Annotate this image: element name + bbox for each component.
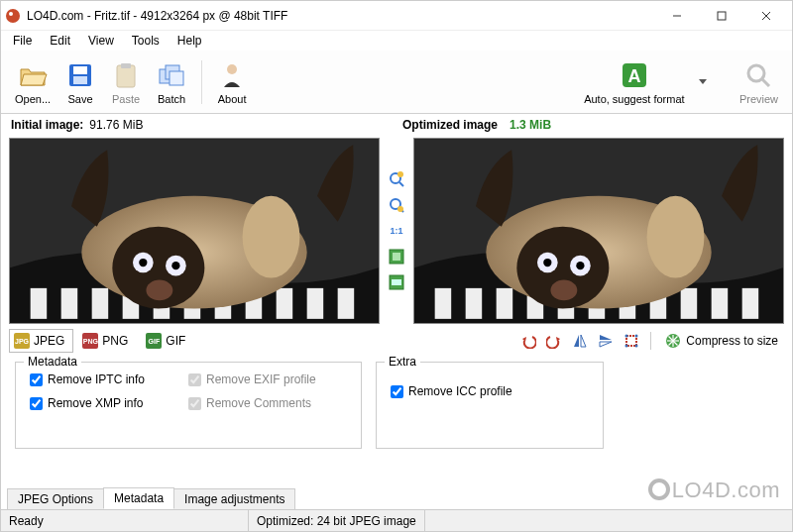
preview-label: Preview [739,93,778,105]
optimized-image [414,139,783,323]
remove-xmp-label: Remove XMP info [48,396,144,410]
svg-rect-51 [466,288,483,319]
initial-image [10,139,379,323]
batch-button[interactable]: Batch [150,54,193,110]
remove-exif-input [188,373,201,386]
auto-dropdown[interactable] [696,54,710,110]
svg-point-70 [625,335,628,338]
svg-point-14 [227,64,237,74]
minimize-button[interactable] [654,2,699,30]
remove-comments-input [188,397,201,410]
svg-point-73 [635,345,638,348]
tab-jpeg-options[interactable]: JPEG Options [7,488,104,509]
maximize-button[interactable] [699,2,743,30]
redo-button[interactable] [543,330,565,352]
svg-rect-22 [92,288,109,319]
svg-rect-52 [497,288,513,319]
tab-image-adjustments[interactable]: Image adjustments [173,488,295,509]
tab-metadata[interactable]: Metadata [103,487,174,509]
crop-button[interactable] [621,330,642,352]
initial-image-box[interactable] [9,138,380,324]
zoom-in-button[interactable] [387,169,406,189]
format-row: JPG JPEG PNG PNG GIF GIF Compress to siz… [1,326,792,356]
svg-rect-29 [307,288,324,319]
optimized-value: 1.3 MiB [510,118,551,132]
svg-rect-28 [277,288,293,319]
remove-exif-checkbox: Remove EXIF profile [188,372,317,386]
open-label: Open... [15,93,51,105]
one-to-one-label: 1:1 [390,226,402,236]
actual-size-button[interactable] [387,272,406,292]
tab-png[interactable]: PNG PNG [77,329,137,353]
svg-rect-3 [718,12,726,20]
svg-rect-59 [712,288,729,319]
about-button[interactable]: About [210,54,254,110]
svg-rect-9 [117,65,135,87]
batch-icon [156,59,187,91]
compress-label: Compress to size [686,334,778,348]
remove-icc-checkbox[interactable]: Remove ICC profile [391,384,519,398]
paste-icon [110,59,142,91]
menu-file[interactable]: File [5,32,40,50]
auto-suggest-button[interactable]: A Auto, suggest format [575,54,694,110]
save-button[interactable]: Save [58,54,102,110]
optimized-image-box[interactable] [413,138,784,324]
tab-gif[interactable]: GIF GIF [141,329,194,353]
about-label: About [218,93,247,105]
redo-icon [546,333,562,349]
svg-rect-20 [31,288,48,319]
undo-icon [520,333,536,349]
svg-point-34 [139,259,147,266]
svg-point-36 [171,262,179,269]
zoom-out-icon [389,197,404,213]
svg-rect-13 [170,71,183,85]
batch-label: Batch [158,93,185,105]
chevron-down-icon [699,79,707,84]
zoom-in-icon [389,171,404,187]
svg-point-41 [397,171,403,177]
remove-icc-input[interactable] [391,385,403,398]
flip-v-button[interactable] [595,330,617,352]
undo-button[interactable] [517,330,539,352]
compress-to-size-button[interactable]: Compress to size [659,331,784,351]
extra-group: Extra Remove ICC profile [376,362,604,449]
zoom-out-button[interactable] [387,195,406,215]
svg-point-64 [543,259,551,266]
svg-line-18 [762,79,769,86]
options-panel: Metadata Remove IPTC info Remove EXIF pr… [1,356,792,455]
fit-icon [389,249,404,265]
close-button[interactable] [743,2,788,30]
compress-icon [665,333,681,349]
menu-view[interactable]: View [80,32,122,50]
menu-help[interactable]: Help [170,32,210,50]
remove-comments-checkbox: Remove Comments [188,396,317,410]
remove-xmp-checkbox[interactable]: Remove XMP info [30,396,159,410]
svg-line-40 [399,182,403,186]
fit-screen-button[interactable] [387,247,406,266]
flip-h-button[interactable] [569,330,591,352]
svg-rect-10 [121,63,131,68]
crop-icon [623,333,639,349]
mid-tools: 1:1 [384,138,409,324]
remove-iptc-checkbox[interactable]: Remove IPTC info [30,372,159,386]
svg-text:A: A [627,66,640,86]
svg-rect-60 [742,288,759,319]
svg-rect-58 [681,288,698,319]
paste-button[interactable]: Paste [104,54,148,110]
preview-button[interactable]: Preview [734,54,784,110]
remove-comments-label: Remove Comments [206,396,311,410]
open-button[interactable]: Open... [9,54,57,110]
tab-jpeg[interactable]: JPG JPEG [9,329,73,353]
separator [201,60,202,104]
svg-rect-46 [393,253,400,261]
one-to-one-button[interactable]: 1:1 [387,221,406,241]
remove-xmp-input[interactable] [30,397,43,410]
svg-point-38 [243,196,300,278]
menu-tools[interactable]: Tools [124,32,168,50]
statusbar: Ready Optimized: 24 bit JPEG image [1,509,792,531]
metadata-group: Metadata Remove IPTC info Remove EXIF pr… [15,362,362,449]
menu-edit[interactable]: Edit [42,32,78,50]
paste-label: Paste [112,93,140,105]
remove-iptc-input[interactable] [30,373,43,386]
auto-icon: A [619,59,650,91]
